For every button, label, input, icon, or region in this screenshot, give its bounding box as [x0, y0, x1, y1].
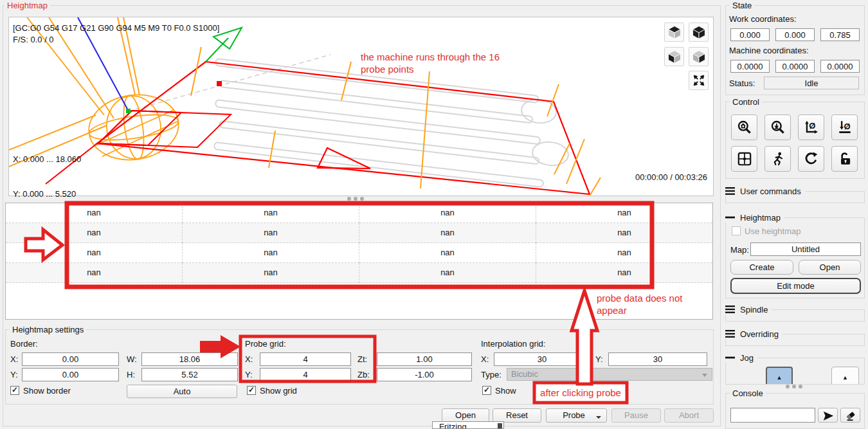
open-heightmap-button[interactable]: Open — [442, 408, 489, 423]
probe-y-field[interactable]: 4 — [260, 368, 351, 381]
view-top-button[interactable] — [664, 23, 684, 42]
table-cell[interactable]: nan — [359, 263, 536, 283]
triangle-up-icon: ▲ — [842, 374, 848, 381]
create-heightmap-button[interactable]: Create — [730, 260, 793, 275]
machine-z-field: 0.0000 — [820, 60, 860, 73]
table-cell[interactable]: nan — [183, 243, 359, 263]
table-cell[interactable]: nan — [359, 243, 536, 263]
send-icon — [822, 410, 834, 421]
zb-label: Zb: — [357, 370, 370, 379]
fritzing-window[interactable]: Fritzing — [432, 421, 504, 429]
border-w-field[interactable]: 18.06 — [141, 352, 238, 366]
console-clear-button[interactable] — [840, 408, 860, 423]
gcode-viewport[interactable]: [GC:G0 G54 G17 G21 G90 G94 M5 M9 T0 F0.0… — [8, 17, 714, 196]
interp-y-field[interactable]: 30 — [608, 352, 707, 366]
home-button[interactable] — [731, 114, 757, 140]
section-label: Spindle — [740, 305, 768, 315]
view-front-button[interactable] — [664, 47, 684, 66]
unlock-icon — [836, 151, 853, 167]
table-cell[interactable]: nan — [6, 203, 183, 223]
zero-z-icon: Ø — [836, 119, 853, 136]
show-border-label: Show border — [23, 386, 71, 396]
section-overriding[interactable]: Overriding — [725, 329, 782, 339]
section-user-commands[interactable]: User commands — [725, 186, 805, 196]
show-border-checkbox[interactable] — [10, 386, 19, 395]
zero-z-button[interactable]: Ø — [831, 114, 858, 140]
section-heightmap[interactable]: Heightmap — [725, 212, 784, 223]
table-cell[interactable]: nan — [536, 243, 712, 263]
section-label: User commands — [740, 187, 801, 196]
border-x-field[interactable]: 0.00 — [22, 352, 119, 366]
gcode-scene[interactable] — [9, 17, 714, 197]
zero-xy-icon: Ø — [803, 119, 820, 136]
border-x-label: X: — [10, 354, 18, 364]
zb-field[interactable]: -1.00 — [377, 368, 472, 381]
table-cell[interactable]: nan — [359, 203, 536, 223]
open-heightmap-side-button[interactable]: Open — [799, 260, 861, 275]
interp-x-field[interactable]: 30 — [494, 352, 590, 366]
work-coordinates-label: Work coordinates: — [729, 14, 797, 24]
table-cell[interactable]: nan — [183, 263, 359, 283]
jog-step-active-button[interactable]: ▲ — [766, 367, 793, 385]
probe-button[interactable]: Probe — [546, 408, 607, 423]
table-cell[interactable]: nan — [536, 223, 712, 243]
interpolation-type-combo[interactable]: Bicubic — [507, 368, 712, 381]
work-z-field: 0.785 — [820, 28, 860, 41]
map-name-field[interactable]: Untitled — [750, 242, 861, 256]
section-label: Overriding — [740, 329, 779, 339]
table-cell[interactable]: nan — [6, 243, 183, 263]
cursor-mark — [498, 423, 502, 429]
safe-position-button[interactable] — [764, 146, 791, 172]
border-y-field[interactable]: 0.00 — [22, 368, 119, 381]
work-y-field: 0.000 — [775, 28, 815, 41]
table-cell[interactable]: nan — [359, 223, 536, 243]
table-cell[interactable]: nan — [536, 263, 712, 283]
probe-x-field[interactable]: 4 — [260, 352, 351, 366]
console-input[interactable] — [730, 408, 815, 423]
console-send-button[interactable] — [818, 408, 838, 423]
restore-origin-button[interactable] — [731, 146, 757, 172]
table-cell[interactable]: nan — [536, 203, 712, 223]
table-cell[interactable]: nan — [183, 203, 359, 223]
unlock-button[interactable] — [831, 146, 858, 172]
section-spindle[interactable]: Spindle — [725, 304, 772, 315]
auto-button[interactable]: Auto — [127, 385, 237, 398]
table-cell[interactable]: nan — [6, 263, 183, 283]
border-w-label: W: — [127, 354, 137, 364]
fit-view-button[interactable] — [689, 71, 709, 90]
fritzing-label: Fritzing — [439, 422, 467, 429]
zt-field[interactable]: 1.00 — [377, 352, 472, 366]
splitter-handle[interactable] — [347, 197, 364, 201]
table-cell[interactable]: nan — [183, 223, 359, 243]
edit-mode-button[interactable]: Edit mode — [730, 278, 861, 294]
table-row: nan nan nan nan — [6, 263, 712, 283]
view-left-button[interactable] — [689, 47, 709, 66]
sidebar-splitter-handle[interactable] — [786, 385, 802, 388]
console-title: Console — [730, 388, 766, 398]
use-heightmap-checkbox[interactable] — [732, 226, 741, 235]
interpolation-grid-label: Interpolation grid: — [481, 339, 545, 349]
chevron-down-icon — [702, 374, 707, 377]
minus-icon — [725, 354, 736, 361]
reset-machine-button[interactable] — [798, 146, 824, 172]
pause-button[interactable]: Pause — [611, 408, 661, 423]
view-isometric-button[interactable] — [689, 23, 709, 42]
zero-xy-button[interactable]: Ø — [798, 114, 824, 140]
z-probe-button[interactable] — [764, 114, 791, 140]
hamburger-icon — [725, 187, 736, 195]
border-h-field[interactable]: 5.52 — [141, 368, 238, 381]
table-cell[interactable]: nan — [6, 223, 183, 243]
cube-isometric-icon — [691, 24, 707, 40]
abort-button[interactable]: Abort — [664, 408, 714, 423]
toolpath-traces — [214, 59, 570, 187]
triangle-up-icon: ▲ — [777, 374, 782, 381]
show-interpolation-checkbox[interactable] — [482, 386, 491, 395]
jog-feed-button[interactable]: ▲ — [831, 367, 859, 385]
show-grid-checkbox[interactable] — [247, 386, 256, 395]
reset-button[interactable]: Reset — [493, 408, 541, 423]
zt-label: Zt: — [357, 354, 367, 364]
section-jog[interactable]: Jog — [725, 352, 757, 363]
settings-title: Heightmap settings — [10, 325, 86, 334]
interp-y-label: Y: — [595, 354, 603, 364]
elapsed-time: 00:00:00 / 00:03:26 — [635, 172, 707, 183]
